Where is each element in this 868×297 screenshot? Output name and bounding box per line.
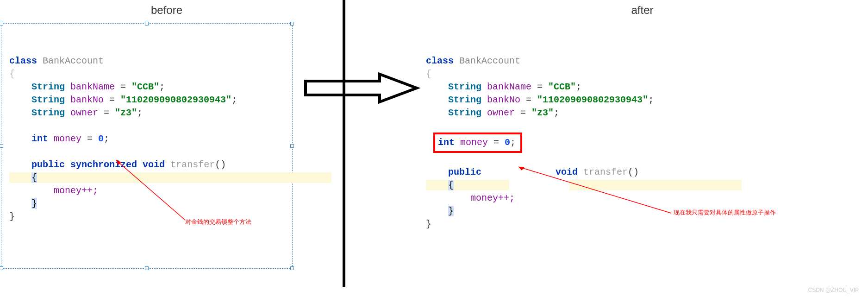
- string-bankno: "110209090802930943": [537, 95, 648, 105]
- code-before: class BankAccount { String bankName = "C…: [9, 42, 331, 236]
- before-heading: before: [0, 0, 333, 25]
- class-name: BankAccount: [43, 56, 104, 66]
- before-panel: before class BankAccount { String bankNa…: [0, 0, 333, 273]
- semi: ;: [231, 95, 237, 105]
- field-bankno: bankNo: [487, 95, 520, 105]
- red-highlight-box: int money = 0;: [433, 133, 522, 153]
- semi: ;: [554, 107, 559, 118]
- semi: ;: [159, 82, 165, 92]
- semi: ;: [104, 133, 109, 144]
- handle-icon: [290, 266, 294, 270]
- field-owner: owner: [70, 107, 98, 118]
- keyword-int: int: [438, 137, 455, 148]
- keyword-int: int: [31, 133, 48, 144]
- after-panel: after class BankAccount { String bankNam…: [417, 0, 868, 273]
- string-bankno: "110209090802930943": [120, 95, 231, 105]
- type-string: String: [31, 82, 65, 92]
- vertical-divider: [343, 0, 345, 287]
- keyword-void: void: [556, 167, 578, 177]
- eq: =: [531, 82, 548, 92]
- type-string: String: [448, 82, 481, 92]
- handle-icon: [0, 266, 3, 270]
- money-inc: money++;: [470, 193, 515, 203]
- keyword-synchronized: synchronized: [70, 159, 137, 170]
- field-owner: owner: [487, 107, 515, 118]
- brace-close-hl: }: [448, 206, 454, 216]
- parens: (): [628, 167, 639, 177]
- semi: ;: [576, 82, 581, 92]
- handle-icon: [145, 22, 149, 25]
- semi: ;: [510, 137, 516, 148]
- handle-icon: [145, 266, 149, 270]
- number-zero: 0: [98, 133, 104, 144]
- semi: ;: [648, 95, 654, 105]
- handle-icon: [0, 22, 3, 25]
- class-name: BankAccount: [459, 56, 520, 66]
- money-inc: money++;: [54, 185, 98, 196]
- eq: =: [98, 107, 115, 118]
- string-ccb: "CCB": [548, 82, 576, 92]
- method-transfer: transfer: [170, 159, 215, 170]
- annotation-left: 对金钱的交易锁整个方法: [185, 218, 251, 226]
- keyword-public: public: [31, 159, 65, 170]
- field-money: money: [460, 137, 488, 148]
- annotation-right: 现在我只需要对具体的属性做原子操作: [674, 209, 776, 217]
- field-bankno: bankNo: [70, 95, 104, 105]
- brace-close: }: [9, 211, 15, 222]
- string-z3: "z3": [115, 107, 137, 118]
- keyword-public: public: [448, 167, 481, 177]
- eq: =: [81, 133, 98, 144]
- string-z3: "z3": [531, 107, 554, 118]
- field-money: money: [54, 133, 81, 144]
- string-ccb: "CCB": [131, 82, 159, 92]
- keyword-class: class: [426, 56, 454, 66]
- brace-open: {: [9, 69, 15, 79]
- field-bankname: bankName: [487, 82, 531, 92]
- type-string: String: [448, 107, 481, 118]
- arrow-right-icon: [301, 72, 421, 104]
- handle-icon: [290, 22, 294, 25]
- keyword-void: void: [143, 159, 165, 170]
- number-zero: 0: [505, 137, 510, 148]
- eq: =: [515, 107, 531, 118]
- eq: =: [520, 95, 537, 105]
- brace-open-hl: {: [448, 180, 454, 190]
- eq: =: [115, 82, 131, 92]
- type-string: String: [31, 107, 65, 118]
- keyword-class: class: [9, 56, 37, 66]
- parens: (): [215, 159, 226, 170]
- field-bankname: bankName: [70, 82, 115, 92]
- handle-icon: [0, 144, 3, 148]
- brace-open-hl: {: [31, 172, 37, 183]
- brace-open: {: [426, 69, 431, 79]
- brace-close: }: [426, 219, 431, 229]
- type-string: String: [31, 95, 65, 105]
- type-string: String: [448, 95, 481, 105]
- semi: ;: [137, 107, 143, 118]
- method-transfer: transfer: [583, 167, 628, 177]
- brace-close-hl: }: [31, 198, 37, 209]
- after-heading: after: [417, 0, 868, 25]
- watermark: CSDN @ZHOU_VIP: [808, 287, 859, 293]
- eq: =: [488, 137, 505, 148]
- eq: =: [104, 95, 120, 105]
